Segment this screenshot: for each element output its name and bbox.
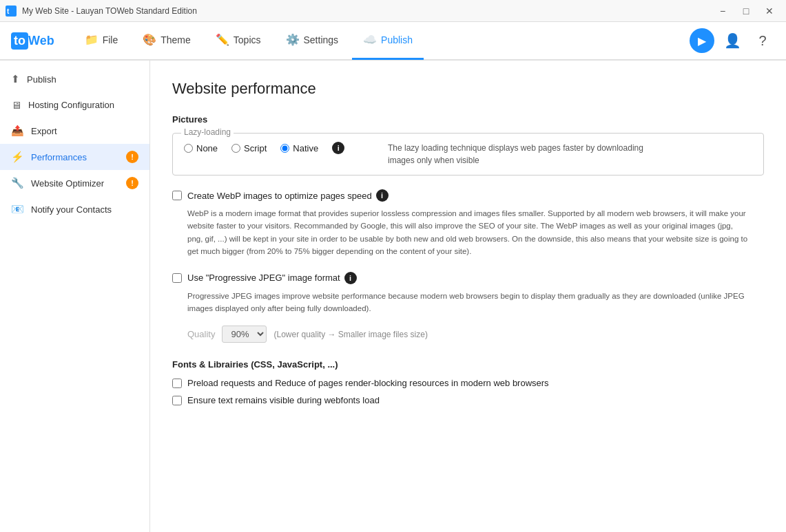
performances-warning-badge: !	[126, 151, 138, 163]
progressive-jpeg-row: Use "Progressive JPEG" image format i	[172, 272, 764, 284]
app-logo: toWeb	[11, 32, 54, 50]
topics-icon: ✏️	[216, 33, 229, 46]
nav-label-settings: Settings	[304, 34, 339, 45]
radio-none[interactable]: None	[184, 143, 218, 153]
minimize-button[interactable]: −	[712, 0, 734, 22]
nav-item-settings[interactable]: ⚙️ Settings	[275, 21, 350, 60]
menu-bar-right: ▶ 👤 ?	[690, 28, 775, 53]
sidebar-item-hosting[interactable]: 🖥 Hosting Configuration	[0, 92, 149, 118]
sidebar-label-performances: Performances	[31, 152, 87, 162]
main-layout: ⬆ Publish 🖥 Hosting Configuration 📤 Expo…	[0, 61, 786, 532]
radio-native-input[interactable]	[280, 144, 289, 153]
ensure-text-row: Ensure text remains visible during webfo…	[172, 395, 764, 405]
preload-row: Preload requests and Reduce of pages ren…	[172, 378, 764, 388]
progressive-jpeg-label[interactable]: Use "Progressive JPEG" image format i	[187, 272, 357, 284]
nav-item-publish[interactable]: ☁️ Publish	[352, 21, 424, 60]
sidebar-label-notify: Notify your Contacts	[31, 204, 112, 215]
nav-item-theme[interactable]: 🎨 Theme	[132, 21, 202, 60]
radio-script[interactable]: Script	[231, 143, 267, 153]
radio-native-label: Native	[293, 143, 318, 153]
sidebar-label-export: Export	[31, 126, 57, 136]
webp-label[interactable]: Create WebP images to optimize pages spe…	[187, 189, 389, 202]
sidebar-item-publish[interactable]: ⬆ Publish	[0, 66, 149, 92]
ensure-text-label[interactable]: Ensure text remains visible during webfo…	[187, 395, 380, 405]
webp-description: WebP is a modern image format that provi…	[187, 207, 764, 258]
progressive-jpeg-section: Use "Progressive JPEG" image format i Pr…	[172, 272, 764, 343]
user-button[interactable]: 👤	[720, 28, 745, 53]
webp-label-text: Create WebP images to optimize pages spe…	[187, 191, 372, 201]
sidebar-item-website-optimizer[interactable]: 🔧 Website Optimizer !	[0, 170, 149, 196]
title-bar-title: t My Web Site - Lauyan TOWeb Standard Ed…	[6, 6, 197, 17]
page-title: Website performance	[172, 80, 764, 98]
file-icon: 📁	[85, 33, 99, 46]
quality-row: Quality 90% (Lower quality → Smaller ima…	[187, 326, 764, 343]
sidebar-label-publish: Publish	[27, 74, 56, 85]
nav-label-topics: Topics	[234, 34, 261, 45]
logo-web: Web	[28, 34, 54, 48]
help-button[interactable]: ?	[750, 28, 775, 53]
sidebar: ⬆ Publish 🖥 Hosting Configuration 📤 Expo…	[0, 61, 150, 532]
lazy-loading-legend: Lazy-loading	[181, 127, 234, 137]
window-controls: − □ ✕	[712, 0, 780, 22]
nav-item-topics[interactable]: ✏️ Topics	[205, 21, 272, 60]
radio-none-label: None	[196, 143, 218, 153]
logo-to: to	[11, 32, 28, 50]
progressive-jpeg-checkbox[interactable]	[172, 273, 182, 283]
sidebar-label-optimizer: Website Optimizer	[31, 178, 104, 189]
app-icon: t	[6, 6, 17, 17]
title-bar: t My Web Site - Lauyan TOWeb Standard Ed…	[0, 0, 786, 22]
radio-none-input[interactable]	[184, 144, 193, 153]
sidebar-item-performances[interactable]: ⚡ Performances !	[0, 144, 149, 170]
play-button[interactable]: ▶	[690, 28, 714, 53]
optimizer-warning-badge: !	[126, 177, 138, 189]
webp-checkbox[interactable]	[172, 191, 182, 200]
settings-icon: ⚙️	[286, 33, 300, 46]
performances-icon: ⚡	[11, 151, 24, 163]
theme-icon: 🎨	[143, 33, 156, 46]
webp-info-icon[interactable]: i	[376, 189, 389, 202]
nav-label-theme: Theme	[161, 34, 191, 45]
lazy-loading-container: Lazy-loading None Script Nat	[172, 133, 764, 175]
hosting-icon: 🖥	[11, 99, 21, 111]
sidebar-item-notify-contacts[interactable]: 📧 Notify your Contacts	[0, 196, 149, 222]
quality-select[interactable]: 90%	[222, 326, 267, 343]
fonts-title: Fonts & Librairies (CSS, JavaScript, ...…	[172, 359, 764, 370]
radio-script-label: Script	[244, 143, 267, 153]
radio-native[interactable]: Native	[280, 143, 318, 153]
quality-hint: (Lower quality → Smaller image files siz…	[273, 330, 427, 339]
preload-label-text: Preload requests and Reduce of pages ren…	[187, 378, 549, 388]
notify-icon: 📧	[11, 203, 24, 215]
pictures-title: Pictures	[172, 114, 764, 125]
preload-checkbox[interactable]	[172, 379, 182, 388]
ensure-text-checkbox[interactable]	[172, 396, 182, 405]
lazy-loading-description: The lazy loading technique displays web …	[388, 142, 650, 167]
progressive-jpeg-label-text: Use "Progressive JPEG" image format	[187, 273, 340, 283]
sidebar-label-hosting: Hosting Configuration	[28, 100, 114, 110]
webp-row: Create WebP images to optimize pages spe…	[172, 189, 764, 202]
progressive-jpeg-description: Progressive JPEG images improve website …	[187, 290, 764, 315]
export-icon: 📤	[11, 125, 24, 137]
menu-bar: toWeb 📁 File 🎨 Theme ✏️ Topics ⚙️ Settin…	[0, 22, 786, 61]
pictures-section: Pictures Lazy-loading None Script	[172, 114, 764, 343]
publish-sidebar-icon: ⬆	[11, 73, 20, 85]
publish-nav-icon: ☁️	[363, 33, 377, 46]
optimizer-icon: 🔧	[11, 177, 24, 189]
webp-section: Create WebP images to optimize pages spe…	[172, 189, 764, 258]
lazy-loading-info-icon[interactable]: i	[332, 142, 344, 154]
radio-script-input[interactable]	[231, 144, 240, 153]
radio-group: None Script Native i	[184, 142, 377, 154]
close-button[interactable]: ✕	[758, 0, 780, 22]
sidebar-item-export[interactable]: 📤 Export	[0, 118, 149, 144]
progressive-jpeg-info-icon[interactable]: i	[344, 272, 357, 284]
preload-label[interactable]: Preload requests and Reduce of pages ren…	[187, 378, 549, 388]
window-title: My Web Site - Lauyan TOWeb Standard Edit…	[22, 6, 197, 16]
radio-desc-container: None Script Native i The lazy loading te…	[184, 142, 752, 167]
nav-item-file[interactable]: 📁 File	[74, 21, 130, 60]
menu-bar-left: toWeb 📁 File 🎨 Theme ✏️ Topics ⚙️ Settin…	[11, 21, 424, 60]
fonts-section: Fonts & Librairies (CSS, JavaScript, ...…	[172, 359, 764, 405]
content-area: Website performance Pictures Lazy-loadin…	[150, 61, 786, 532]
maximize-button[interactable]: □	[735, 0, 757, 22]
ensure-text-label-text: Ensure text remains visible during webfo…	[187, 395, 380, 405]
nav-label-file: File	[103, 34, 118, 45]
quality-label: Quality	[187, 329, 215, 339]
